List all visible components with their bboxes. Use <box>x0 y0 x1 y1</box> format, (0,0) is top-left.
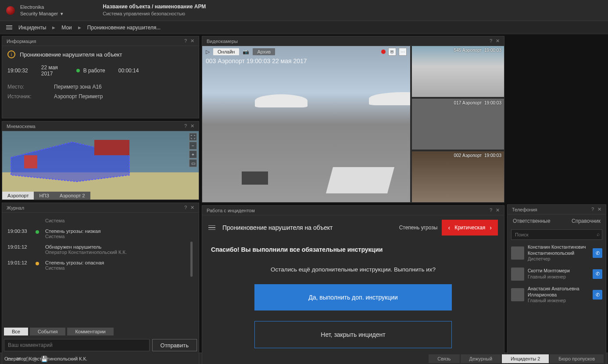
journal-text: Обнаружен нарушитель <box>45 244 193 250</box>
journal-time: 19:00:33 <box>7 228 32 234</box>
tel-tab-responsible[interactable]: Ответственные <box>513 218 551 224</box>
threat-value: Критическая <box>454 225 485 231</box>
breadcrumb-item[interactable]: Проникновение нарушителя... <box>87 25 161 31</box>
more-icon[interactable]: ⋯ <box>399 48 407 56</box>
help-icon[interactable]: ? <box>184 123 187 129</box>
warning-icon: i <box>7 50 15 58</box>
breadcrumb-item[interactable]: Мои <box>61 25 72 31</box>
help-icon[interactable]: ? <box>490 38 492 44</box>
call-button[interactable]: ✆ <box>593 290 602 300</box>
close-icon[interactable]: ✕ <box>190 123 194 129</box>
mnemo-tab[interactable]: Аэропорт 2 <box>54 192 90 200</box>
threat-label: Степень угрозы <box>399 225 438 231</box>
journal-row: 19:01:12 Степень угрозы: опасная Система <box>7 257 193 273</box>
zoom-in-icon[interactable]: + <box>189 150 197 158</box>
panel-title: Работа с инцидентом <box>207 208 255 213</box>
panel-title: Журнал <box>7 205 24 211</box>
header-title: Название объекта / наименование АРМ <box>103 3 206 11</box>
menu-icon[interactable] <box>6 25 12 29</box>
camera-thumbnail[interactable]: 017 Аэропорт19:00:03 <box>412 99 504 150</box>
scrollbar[interactable] <box>190 242 193 277</box>
tel-tab-directory[interactable]: Справочник <box>572 218 601 224</box>
svg-rect-1 <box>94 140 129 155</box>
camera-thumbnail[interactable]: 002 Аэропорт19:00:03 <box>412 151 504 202</box>
archive-button[interactable]: Архив <box>253 48 275 55</box>
header-title-block: Название объекта / наименование АРМ Сист… <box>103 3 206 17</box>
yes-button[interactable]: Да, выполнить доп. инструкции <box>254 284 452 310</box>
svg-rect-2 <box>24 155 37 168</box>
layers-icon[interactable]: ▭ <box>189 159 197 167</box>
brand-line1: Electronika <box>20 4 63 10</box>
call-button[interactable]: ✆ <box>593 248 602 258</box>
footer-tab[interactable]: Бюро пропусков <box>550 354 604 363</box>
help-icon[interactable]: ? <box>184 38 187 44</box>
close-icon[interactable]: ✕ <box>496 38 500 44</box>
footer-tab[interactable]: Связь <box>429 354 459 363</box>
online-button[interactable]: Онлайн <box>213 48 239 55</box>
expand-icon[interactable]: ⛶ <box>189 133 197 141</box>
journal-text: Степень угрозы: опасная <box>45 260 193 265</box>
search-input[interactable] <box>511 229 602 240</box>
panel-mnemoscheme: Мнемосхема ? ✕ ⛶ − + <box>2 121 199 200</box>
footer-tab[interactable]: Инциденты 2 <box>502 354 549 363</box>
comment-input[interactable] <box>4 339 150 351</box>
mnemo-tab[interactable]: Аэропорт <box>2 192 34 200</box>
info-place-value: Периметр зона А16 <box>54 84 193 90</box>
question-text: Остались ещё дополнительные инструкции. … <box>211 266 495 273</box>
search-icon[interactable]: ⌕ <box>597 231 600 237</box>
close-icon[interactable]: ✕ <box>496 207 500 213</box>
panel-title: Информация <box>7 39 36 44</box>
alert-text: Проникновение нарушителя на объект <box>20 51 122 58</box>
help-icon[interactable]: ? <box>490 207 492 213</box>
journal-tab-all[interactable]: Все <box>4 328 28 335</box>
severity-dot-icon <box>36 262 39 265</box>
menu-icon[interactable] <box>208 225 215 230</box>
brand-line2[interactable]: Security Manager <box>20 11 58 17</box>
no-button[interactable]: Нет, закрыть инцидент <box>254 321 452 348</box>
chevron-down-icon[interactable]: ▾ <box>61 11 63 17</box>
brand: Electronika Security Manager ▾ <box>20 4 63 17</box>
journal-sub: Система <box>45 234 193 239</box>
call-button[interactable]: ✆ <box>593 269 602 279</box>
camera-thumbnail[interactable]: 545 Аэропорт19:00:03 <box>412 46 504 97</box>
close-icon[interactable]: ✕ <box>190 38 194 44</box>
close-icon[interactable]: ✕ <box>597 207 601 212</box>
panel-title: Видеокамеры <box>207 39 238 44</box>
help-icon[interactable]: ? <box>591 207 594 212</box>
mnemoscheme-view[interactable]: ⛶ − + ▭ Аэропорт НПЗ Аэропорт 2 <box>2 131 199 200</box>
contact-role: Главный инженер <box>528 298 589 304</box>
mnemo-tab[interactable]: НПЗ <box>34 192 54 200</box>
info-place-label: Место: <box>7 84 47 90</box>
info-source-label: Источник: <box>7 93 47 100</box>
breadcrumb-item[interactable]: Инциденты <box>18 25 46 31</box>
journal-tab-events[interactable]: События <box>30 328 65 335</box>
info-date: 22 мая 2017 <box>41 64 63 77</box>
help-icon[interactable]: ? <box>184 205 187 211</box>
journal-sub: Оператор Константинопольский К.К. <box>45 250 193 255</box>
camera-overlay-label: 003 Аэропорт 19:00:03 22 мая 2017 <box>206 57 307 64</box>
send-button[interactable]: Отправить <box>152 339 197 351</box>
threat-badge[interactable]: ‹ Критическая › <box>442 220 498 236</box>
chevron-left-icon[interactable]: ‹ <box>448 224 450 231</box>
play-icon[interactable]: ▷ <box>206 49 210 55</box>
chevron-right-icon[interactable]: › <box>490 224 492 231</box>
panel-title: Телефония <box>512 207 537 212</box>
camera-icon[interactable]: 📷 <box>243 49 249 55</box>
zoom-out-icon[interactable]: − <box>189 142 197 150</box>
journal-tab-comments[interactable]: Комментарии <box>67 328 113 335</box>
panel-journal: Журнал ? ✕ Система 19:00:33 С <box>2 203 199 364</box>
info-time: 19:00:32 <box>7 68 28 74</box>
main-camera-view[interactable]: ▷ Онлайн 📷 Архив ⛨ ⋯ 003 Аэропорт 19:00:… <box>202 46 410 202</box>
info-elapsed: 00:00:14 <box>118 68 139 74</box>
contact-name: Скотти Монтгомери <box>528 268 589 274</box>
close-icon[interactable]: ✕ <box>190 205 194 211</box>
footer-tab[interactable]: Дежурный <box>461 354 501 363</box>
record-icon <box>381 50 386 54</box>
panel-video: Видеокамеры ? ✕ ▷ Онлайн 📷 Архив <box>202 36 504 203</box>
chevron-right-icon: ▶ <box>52 25 55 30</box>
contact-row: Констанин Константинович Константинополь… <box>508 242 606 265</box>
panel-information: Информация ? ✕ i Проникновение нарушител… <box>2 36 199 118</box>
shield-icon[interactable]: ⛨ <box>388 48 396 56</box>
avatar <box>511 268 524 281</box>
journal-time: 19:01:12 <box>7 260 32 265</box>
